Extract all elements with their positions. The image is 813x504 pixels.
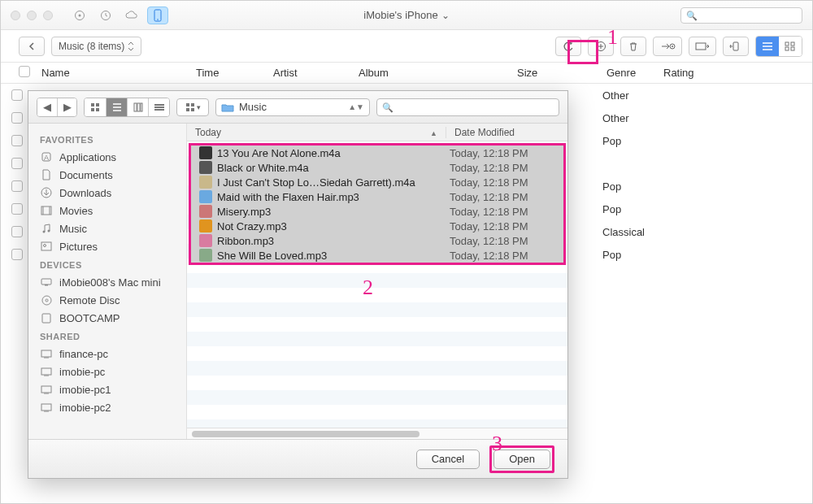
sidebar-item[interactable]: imobie-pc xyxy=(28,363,186,380)
row-checkbox[interactable] xyxy=(11,180,23,192)
row-checkbox[interactable] xyxy=(11,203,23,215)
row-checkbox[interactable] xyxy=(11,226,23,237)
file-name: I Just Can't Stop Lo…Siedah Garrett).m4a xyxy=(217,176,441,189)
col-genre[interactable]: Genre xyxy=(598,67,655,79)
history-icon[interactable] xyxy=(95,7,116,24)
back-button[interactable] xyxy=(19,37,45,56)
file-row[interactable]: She Will Be Loved.mp3Today, 12:18 PM xyxy=(191,248,563,263)
sidebar-item[interactable]: Music xyxy=(28,219,186,237)
sidebar-item[interactable]: iMobie008's Mac mini xyxy=(28,273,186,291)
horizontal-scrollbar[interactable] xyxy=(187,428,567,439)
svg-rect-16 xyxy=(91,108,94,111)
callout-1: 1 xyxy=(607,25,618,50)
sidebar-item[interactable]: imobie-pc2 xyxy=(28,398,186,416)
sidebar-item[interactable]: Pictures xyxy=(28,237,186,255)
file-row[interactable]: Maid with the Flaxen Hair.mp3Today, 12:1… xyxy=(191,189,563,204)
search-input-top[interactable] xyxy=(680,7,802,24)
nav-forward[interactable]: ▶ xyxy=(57,98,76,116)
minimize-dot[interactable] xyxy=(27,11,37,20)
scroll-thumb[interactable] xyxy=(192,431,420,437)
arrange-button[interactable]: ▾ xyxy=(176,98,209,116)
file-row[interactable]: 13 You Are Not Alone.m4aToday, 12:18 PM xyxy=(191,146,563,160)
to-mac-button[interactable] xyxy=(689,37,716,56)
file-row[interactable]: Ribbon.mp3Today, 12:18 PM xyxy=(191,233,563,248)
col-time[interactable]: Time xyxy=(188,67,265,79)
svg-rect-11 xyxy=(791,42,794,46)
sidebar-item[interactable]: imobie-pc1 xyxy=(28,380,186,398)
row-checkbox[interactable] xyxy=(11,158,23,169)
device-icon[interactable] xyxy=(147,7,168,24)
file-name: 13 You Are Not Alone.m4a xyxy=(217,147,441,159)
dialog-search[interactable] xyxy=(376,98,559,116)
sidebar-item[interactable]: BOOTCAMP xyxy=(28,309,186,327)
zoom-dot[interactable] xyxy=(43,11,53,20)
sidebar-item[interactable]: Remote Disc xyxy=(28,291,186,309)
svg-rect-18 xyxy=(134,103,137,111)
col-size[interactable]: Size xyxy=(509,67,598,79)
file-row[interactable]: Misery.mp3Today, 12:18 PM xyxy=(191,204,563,219)
sidebar-item[interactable]: finance-pc xyxy=(28,345,186,363)
column-view[interactable] xyxy=(127,98,148,116)
window-title-text: iMobie's iPhone xyxy=(363,9,437,21)
library-icon[interactable] xyxy=(69,7,90,24)
col-album[interactable]: Album xyxy=(350,67,509,79)
sidebar-item-label: finance-pc xyxy=(59,348,108,360)
sidebar-item-label: Applications xyxy=(59,151,116,163)
favorites-header: FAVORITES xyxy=(28,130,186,148)
list-view-button[interactable] xyxy=(756,37,779,56)
cancel-button[interactable]: Cancel xyxy=(416,450,480,469)
sidebar-item[interactable]: Documents xyxy=(28,166,186,184)
row-checkbox[interactable] xyxy=(11,135,23,146)
breadcrumb-label: Music (8 items) xyxy=(59,41,124,52)
dialog-toolbar: ◀ ▶ ▾ Music ▲▼ xyxy=(28,91,567,124)
sidebar-item[interactable]: AApplications xyxy=(28,148,186,166)
to-itunes-button[interactable] xyxy=(653,37,682,56)
svg-rect-15 xyxy=(96,103,99,106)
mac-icon xyxy=(40,278,53,286)
svg-rect-37 xyxy=(42,314,50,323)
file-row[interactable]: I Just Can't Stop Lo…Siedah Garrett).m4a… xyxy=(191,175,563,189)
pc-icon xyxy=(40,385,53,394)
svg-point-30 xyxy=(48,230,50,232)
music-icon xyxy=(40,223,53,234)
cloud-icon[interactable] xyxy=(121,7,142,24)
path-selector[interactable]: Music ▲▼ xyxy=(215,98,370,116)
grid-view-button[interactable] xyxy=(779,37,802,56)
svg-rect-33 xyxy=(41,279,51,285)
icon-view[interactable] xyxy=(85,98,106,116)
col-rating[interactable]: Rating xyxy=(655,67,737,79)
svg-point-36 xyxy=(46,299,48,302)
col-artist[interactable]: Artist xyxy=(265,67,350,79)
list-view[interactable] xyxy=(106,98,127,116)
file-date: Today, 12:18 PM xyxy=(441,235,563,247)
callout-box-1 xyxy=(567,40,598,64)
row-checkbox[interactable] xyxy=(11,89,23,101)
col-name[interactable]: Name xyxy=(33,67,188,79)
nav-back[interactable]: ◀ xyxy=(37,98,57,116)
coverflow-view[interactable] xyxy=(148,98,169,116)
to-device-button[interactable] xyxy=(723,37,749,56)
svg-rect-39 xyxy=(41,368,51,375)
delete-button[interactable] xyxy=(620,37,646,56)
genre-cell: Pop xyxy=(602,249,621,261)
row-checkbox[interactable] xyxy=(11,249,23,260)
file-name: She Will Be Loved.mp3 xyxy=(217,250,441,262)
window-title[interactable]: iMobie's iPhone xyxy=(363,9,449,21)
select-all-checkbox[interactable] xyxy=(19,66,30,77)
svg-point-7 xyxy=(672,46,673,47)
finder-view-toggle xyxy=(84,98,170,117)
file-row[interactable]: Black or White.m4aToday, 12:18 PM xyxy=(191,160,563,175)
callout-2: 2 xyxy=(363,276,373,300)
sidebar-item[interactable]: Movies xyxy=(28,202,186,219)
col-today[interactable]: Today xyxy=(187,127,446,138)
file-row[interactable]: Not Crazy.mp3Today, 12:18 PM xyxy=(191,219,563,233)
sidebar-item-label: iMobie008's Mac mini xyxy=(59,276,161,289)
breadcrumb-select[interactable]: Music (8 items) xyxy=(51,37,141,56)
close-dot[interactable] xyxy=(11,11,20,20)
sort-asc-icon xyxy=(430,127,437,138)
svg-rect-23 xyxy=(186,108,189,111)
row-checkbox[interactable] xyxy=(11,112,23,124)
file-date: Today, 12:18 PM xyxy=(441,220,563,232)
col-date-modified[interactable]: Date Modified xyxy=(446,127,567,138)
sidebar-item[interactable]: Downloads xyxy=(28,184,186,202)
